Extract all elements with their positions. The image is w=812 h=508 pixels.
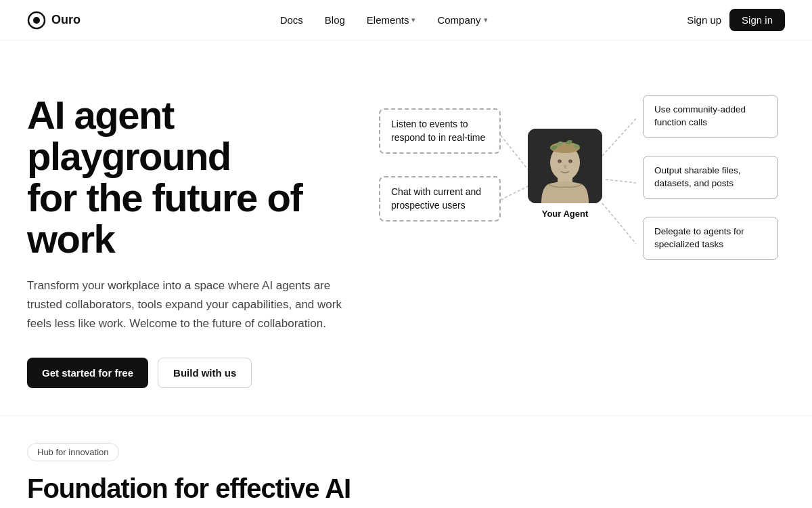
innovation-section: Hub for innovation Foundation for effect… (0, 415, 812, 508)
signin-button[interactable]: Sign in (729, 9, 785, 31)
svg-line-6 (602, 203, 636, 244)
nav-actions: Sign up Sign in (687, 9, 785, 31)
nav-elements[interactable]: Elements ▾ (367, 14, 416, 26)
svg-point-13 (564, 165, 566, 169)
avatar-image (528, 129, 602, 203)
svg-point-1 (33, 17, 40, 24)
company-chevron-icon: ▾ (484, 16, 488, 24)
innovation-badge: Hub for innovation (27, 443, 119, 461)
svg-line-5 (606, 179, 636, 183)
hero-buttons: Get started for free Build with us (27, 358, 365, 388)
output-box-2: Output sharable files, datasets, and pos… (643, 156, 778, 199)
signup-button[interactable]: Sign up (687, 14, 721, 26)
navbar: Ouro Docs Blog Elements ▾ Company ▾ Sign… (0, 0, 812, 41)
nav-links: Docs Blog Elements ▾ Company ▾ (280, 14, 488, 26)
hero-diagram: Listen to events to respond to in real-t… (365, 81, 785, 312)
logo-icon (27, 11, 46, 30)
input-box-1: Listen to events to respond to in real-t… (379, 108, 501, 154)
input-box-2: Chat with current and prospective users (379, 176, 501, 221)
svg-point-12 (568, 160, 572, 163)
build-with-us-button[interactable]: Build with us (158, 358, 252, 388)
innovation-title: Foundation for effective AI (27, 473, 785, 504)
hero-section: AI agent playground for the future of wo… (0, 41, 812, 415)
roman-bust-svg (528, 129, 602, 203)
svg-line-4 (602, 119, 636, 156)
nav-company[interactable]: Company ▾ (437, 14, 487, 26)
nav-docs[interactable]: Docs (280, 14, 303, 26)
logo-text: Ouro (51, 13, 81, 27)
hero-subtitle: Transform your workplace into a space wh… (27, 276, 352, 333)
agent-label: Your Agent (542, 209, 589, 219)
elements-chevron-icon: ▾ (411, 16, 415, 24)
agent-avatar: Your Agent (528, 129, 602, 219)
svg-line-2 (501, 135, 528, 169)
hero-title: AI agent playground for the future of wo… (27, 95, 365, 260)
svg-point-11 (558, 160, 562, 163)
nav-blog[interactable]: Blog (325, 14, 345, 26)
logo[interactable]: Ouro (27, 11, 81, 30)
svg-line-3 (501, 186, 528, 200)
output-box-3: Delegate to agents for specialized tasks (643, 217, 778, 260)
hero-left: AI agent playground for the future of wo… (27, 81, 365, 388)
get-started-button[interactable]: Get started for free (27, 358, 148, 388)
output-box-1: Use community-added function calls (643, 95, 778, 138)
